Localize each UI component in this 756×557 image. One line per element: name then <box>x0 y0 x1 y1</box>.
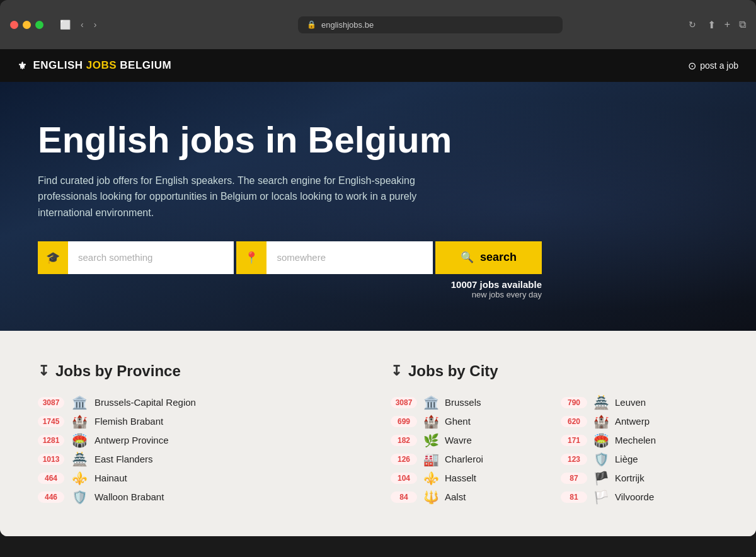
city-name: Mechelen <box>615 435 656 445</box>
count-badge: 699 <box>391 416 417 427</box>
flag-icon: 🛡️ <box>592 452 610 467</box>
location-name: Hainaut <box>94 473 127 483</box>
lower-section: ↧ Jobs by Province 3087 🏛️ Brussels-Capi… <box>0 331 756 536</box>
flag-icon: ⚜️ <box>422 471 440 486</box>
city-item[interactable]: 171 🏟️ Mechelen <box>561 433 718 448</box>
url-text: englishjobs.be <box>321 20 374 30</box>
flag-icon: 🏰 <box>71 414 88 429</box>
city-item[interactable]: 3087 🏛️ Brussels <box>391 395 548 410</box>
logo-text: ENGLISH JOBS BELGIUM <box>33 59 172 72</box>
city-item[interactable]: 790 🏯 Leuven <box>561 395 718 410</box>
browser-chrome: ⬜ ‹ › 🔒 englishjobs.be ↻ ⬆ + ⧉ <box>0 0 756 49</box>
city-item[interactable]: 182 🌿 Wavre <box>391 433 548 448</box>
count-badge: 3087 <box>391 397 417 408</box>
province-list: 3087 🏛️ Brussels-Capital Region 1745 🏰 F… <box>38 395 365 505</box>
city-item[interactable]: 87 🏴 Kortrijk <box>561 471 718 486</box>
sort-icon: ↧ <box>38 363 49 379</box>
post-job-link[interactable]: ⊙ post a job <box>688 60 738 72</box>
tabs-icon[interactable]: ⧉ <box>739 19 746 31</box>
hero-title: English jobs in Belgium <box>38 120 542 160</box>
city-item[interactable]: 84 🔱 Aalst <box>391 490 548 505</box>
province-item[interactable]: 446 🛡️ Walloon Brabant <box>38 490 365 505</box>
city-name: Liège <box>615 454 638 464</box>
city-section: ↧ Jobs by City 3087 🏛️ Brussels 699 🏰 Gh… <box>391 362 718 505</box>
search-icon: 🔍 <box>461 251 474 264</box>
flag-icon: 🏯 <box>592 395 610 410</box>
city-list-right: 790 🏯 Leuven 620 🏰 Antwerp 171 🏟️ Mechel… <box>561 395 718 505</box>
city-name: Antwerp <box>615 416 650 427</box>
city-name: Aalst <box>445 491 466 502</box>
province-item[interactable]: 1281 🏟️ Antwerp Province <box>38 433 365 448</box>
forward-button[interactable]: › <box>90 17 101 32</box>
province-item[interactable]: 3087 🏛️ Brussels-Capital Region <box>38 395 365 410</box>
count-badge: 1013 <box>38 454 64 465</box>
jobs-sub: new jobs every day <box>38 290 542 299</box>
province-item[interactable]: 1013 🏯 East Flanders <box>38 452 365 467</box>
count-badge: 1745 <box>38 416 64 427</box>
count-badge: 84 <box>391 491 417 503</box>
flag-icon: 🏰 <box>592 414 610 429</box>
jobs-count: 10007 jobs available <box>38 279 542 290</box>
count-badge: 620 <box>561 416 587 427</box>
logo-icon: ⚜ <box>18 60 27 72</box>
city-item[interactable]: 123 🛡️ Liège <box>561 452 718 467</box>
search-input[interactable] <box>68 241 234 274</box>
province-title: ↧ Jobs by Province <box>38 362 365 380</box>
city-item[interactable]: 620 🏰 Antwerp <box>561 414 718 429</box>
flag-icon: 🌿 <box>422 433 440 448</box>
count-badge: 81 <box>561 491 587 503</box>
count-badge: 87 <box>561 473 587 484</box>
sidebar-toggle[interactable]: ⬜ <box>56 17 74 32</box>
count-badge: 3087 <box>38 397 64 408</box>
site-logo[interactable]: ⚜ ENGLISH JOBS BELGIUM <box>18 59 171 72</box>
address-bar[interactable]: 🔒 englishjobs.be <box>298 16 563 33</box>
traffic-lights <box>10 21 43 29</box>
search-button[interactable]: 🔍 search <box>435 241 542 274</box>
location-name: Antwerp Province <box>94 435 169 445</box>
city-title: ↧ Jobs by City <box>391 362 718 380</box>
navbar: ⚜ ENGLISH JOBS BELGIUM ⊙ post a job <box>0 49 756 82</box>
target-icon: ⊙ <box>688 60 696 72</box>
lower-grid: ↧ Jobs by Province 3087 🏛️ Brussels-Capi… <box>38 362 718 505</box>
new-tab-icon[interactable]: + <box>724 19 730 31</box>
city-list-left: 3087 🏛️ Brussels 699 🏰 Ghent 182 🌿 Wavre… <box>391 395 548 505</box>
flag-icon: 🏟️ <box>592 433 610 448</box>
city-item[interactable]: 126 🏭 Charleroi <box>391 452 548 467</box>
flag-icon: 🏯 <box>71 452 88 467</box>
post-job-label: post a job <box>700 60 738 71</box>
location-field: 📍 <box>236 241 432 274</box>
back-button[interactable]: ‹ <box>77 17 88 32</box>
nav-buttons: ⬜ ‹ › <box>56 17 100 32</box>
city-name: Vilvoorde <box>615 491 654 502</box>
count-badge: 182 <box>391 435 417 446</box>
city-item[interactable]: 104 ⚜️ Hasselt <box>391 471 548 486</box>
location-name: East Flanders <box>94 454 153 464</box>
count-badge: 1281 <box>38 435 64 446</box>
city-item[interactable]: 699 🏰 Ghent <box>391 414 548 429</box>
maximize-button[interactable] <box>35 21 43 29</box>
share-icon[interactable]: ⬆ <box>707 19 716 31</box>
main-window: ⚜ ENGLISH JOBS BELGIUM ⊙ post a job Engl… <box>0 49 756 536</box>
province-item[interactable]: 1745 🏰 Flemish Brabant <box>38 414 365 429</box>
minimize-button[interactable] <box>23 21 31 29</box>
city-item[interactable]: 81 🏳️ Vilvoorde <box>561 490 718 505</box>
count-badge: 171 <box>561 435 587 446</box>
flag-icon: 🏭 <box>422 452 440 467</box>
graduation-icon: 🎓 <box>38 241 68 274</box>
flag-icon: 🏛️ <box>71 395 88 410</box>
reload-icon[interactable]: ↻ <box>689 20 696 30</box>
city-name: Wavre <box>445 435 472 445</box>
location-icon: 📍 <box>236 241 266 274</box>
hero-section: English jobs in Belgium Find curated job… <box>0 82 756 331</box>
flag-icon: 🔱 <box>422 490 440 505</box>
hero-subtitle: Find curated job offers for English spea… <box>38 173 441 221</box>
province-item[interactable]: 464 ⚜️ Hainaut <box>38 471 365 486</box>
location-name: Flemish Brabant <box>94 416 163 427</box>
location-name: Brussels-Capital Region <box>94 397 196 408</box>
city-name: Hasselt <box>445 473 476 483</box>
count-badge: 790 <box>561 397 587 408</box>
location-input[interactable] <box>266 241 432 274</box>
flag-icon: 🛡️ <box>71 490 88 505</box>
close-button[interactable] <box>10 21 18 29</box>
count-badge: 104 <box>391 473 417 484</box>
